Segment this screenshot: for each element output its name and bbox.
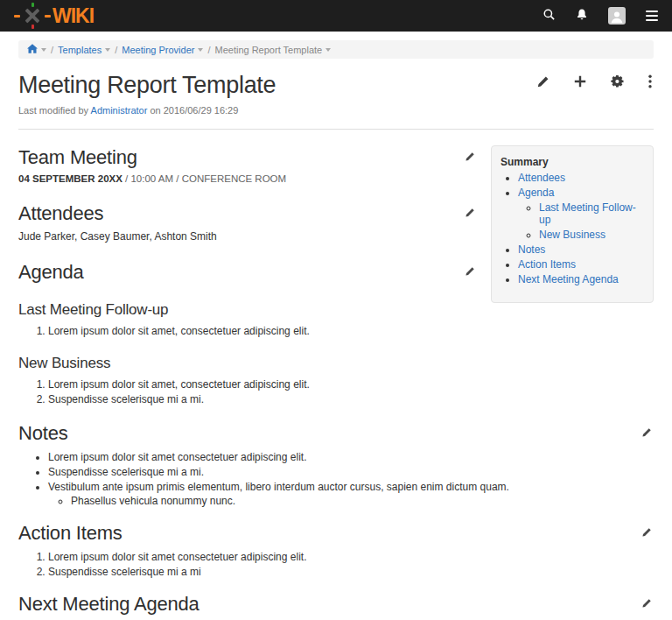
logo-dash-right-icon	[45, 15, 51, 18]
page-header: Meeting Report Template Last modified by…	[0, 59, 672, 116]
logo-dash-left-icon	[14, 15, 20, 18]
list-item: Action Items	[518, 258, 646, 271]
last-modified-line: Last modified by Administrator on 2016/0…	[18, 105, 654, 116]
list-item: Vestibulum ante ipsum primis elementum, …	[48, 481, 654, 507]
summary-title: Summary	[500, 156, 646, 168]
plus-icon	[573, 74, 587, 91]
section-heading-agenda: Agenda	[18, 261, 84, 284]
notifications-button[interactable]	[574, 6, 590, 25]
list-item: Lorem ipsum dolor sit amet consectetuer …	[48, 451, 654, 463]
logo-x-icon	[23, 4, 42, 27]
new-business-list: Lorem ipsum dolor sit amet, consectetuer…	[18, 378, 654, 405]
breadcrumb-separator: /	[207, 45, 210, 55]
notes-list: Lorem ipsum dolor sit amet consectetuer …	[18, 451, 654, 507]
list-item: Suspendisse scelerisque mi a mi.	[48, 393, 654, 405]
more-actions-button[interactable]	[647, 73, 654, 93]
breadcrumb-item-current: Meeting Report Template	[214, 45, 322, 55]
toc-link-last-meeting-follow-up[interactable]: Last Meeting Follow-up	[539, 201, 636, 226]
search-button[interactable]	[541, 6, 557, 25]
list-item: New Business	[539, 229, 646, 241]
search-icon	[542, 8, 556, 24]
breadcrumb-caret[interactable]	[105, 48, 110, 52]
summary-panel: Summary Attendees Agenda Last Meeting Fo…	[491, 145, 654, 303]
pencil-icon	[641, 527, 652, 540]
breadcrumb-caret[interactable]	[198, 48, 203, 52]
toc-link-next-meeting-agenda[interactable]: Next Meeting Agenda	[518, 273, 619, 285]
settings-button[interactable]	[609, 73, 626, 93]
breadcrumb-home-caret[interactable]	[41, 48, 46, 52]
modified-by-user-link[interactable]: Administrator	[91, 105, 148, 116]
action-items-list: Lorem ipsum dolor sit amet consectetuer …	[18, 551, 654, 578]
drawer-menu-button[interactable]	[644, 9, 660, 23]
list-item: Lorem ipsum dolor sit amet consectetuer …	[48, 551, 654, 563]
breadcrumb-caret[interactable]	[326, 48, 331, 52]
edit-section-button[interactable]	[640, 596, 654, 613]
hamburger-icon	[646, 11, 658, 21]
edit-section-button[interactable]	[463, 264, 477, 281]
toc-link-agenda[interactable]: Agenda	[518, 187, 554, 199]
xwiki-logo[interactable]: WIKI	[14, 4, 94, 27]
pencil-icon	[641, 598, 652, 611]
section-heading-notes: Notes	[18, 422, 67, 445]
list-item: Suspendisse scelerisque mi a mi	[48, 566, 654, 578]
breadcrumb: / Templates / Meeting Provider / Meeting…	[18, 40, 654, 59]
list-item: Attendees	[518, 172, 646, 184]
pencil-icon	[641, 427, 652, 440]
breadcrumb-item-meeting-provider[interactable]: Meeting Provider	[122, 45, 194, 55]
last-meeting-list: Lorem ipsum dolor sit amet, consectetuer…	[18, 325, 654, 337]
section-heading-team-meeting: Team Meeting	[18, 146, 137, 169]
add-page-button[interactable]	[571, 73, 589, 93]
list-item: Next Meeting Agenda	[518, 273, 646, 285]
pencil-icon	[465, 266, 475, 279]
list-item: Agenda Last Meeting Follow-up New Busine…	[518, 187, 646, 241]
bell-icon	[576, 8, 588, 24]
edit-section-button[interactable]	[640, 426, 654, 442]
list-item: Last Meeting Follow-up	[539, 201, 646, 226]
top-navbar: WIKI	[0, 0, 672, 32]
section-heading-attendees: Attendees	[18, 202, 103, 225]
user-menu-button[interactable]	[606, 5, 627, 26]
edit-page-button[interactable]	[535, 74, 551, 93]
avatar	[608, 7, 626, 25]
toc-link-notes[interactable]: Notes	[518, 243, 545, 256]
page-actions	[535, 73, 654, 93]
pencil-icon	[465, 151, 475, 165]
home-icon	[27, 44, 38, 55]
edit-section-button[interactable]	[463, 206, 477, 222]
edit-section-button[interactable]	[463, 150, 477, 166]
subsection-heading-new-business: New Business	[18, 355, 654, 372]
gear-icon	[611, 74, 625, 91]
list-item: Phasellus vehicula nonummy nunc.	[71, 495, 654, 507]
pencil-icon	[465, 208, 475, 221]
section-heading-next-meeting-agenda: Next Meeting Agenda	[18, 593, 200, 616]
subsection-heading-last-meeting-follow-up: Last Meeting Follow-up	[18, 301, 654, 319]
kebab-icon	[648, 74, 652, 91]
section-heading-action-items: Action Items	[18, 522, 122, 545]
brand-text: WIKI	[52, 6, 94, 26]
list-item: Lorem ipsum dolor sit amet, consectetuer…	[48, 378, 654, 391]
edit-section-button[interactable]	[640, 525, 654, 542]
toc-link-attendees[interactable]: Attendees	[518, 172, 565, 184]
list-item: Suspendisse scelerisque mi a mi.	[48, 466, 654, 478]
pencil-icon	[536, 75, 550, 91]
breadcrumb-separator: /	[51, 45, 53, 55]
toc-link-new-business[interactable]: New Business	[539, 229, 606, 241]
document-content: Summary Attendees Agenda Last Meeting Fo…	[0, 130, 672, 620]
breadcrumb-separator: /	[115, 45, 117, 55]
breadcrumb-item-templates[interactable]: Templates	[58, 45, 102, 55]
breadcrumb-home-link[interactable]	[27, 44, 38, 55]
list-item: Notes	[518, 243, 646, 256]
toc-link-action-items[interactable]: Action Items	[518, 258, 576, 271]
list-item: Lorem ipsum dolor sit amet, consectetuer…	[48, 325, 654, 337]
